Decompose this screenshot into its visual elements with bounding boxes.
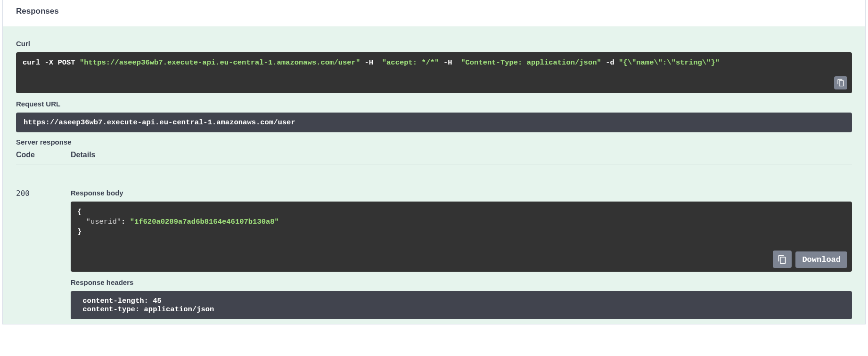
code-column-header: Code (16, 151, 71, 159)
rb-close: } (77, 227, 82, 236)
clipboard-icon (778, 255, 787, 264)
curl-cmd: curl -X POST (23, 58, 80, 67)
response-headers-label: Response headers (71, 278, 852, 286)
rb-colon: : (121, 218, 130, 226)
curl-h1-val: "accept: */*" (382, 58, 439, 67)
copy-response-body-button[interactable] (773, 251, 792, 268)
response-table-head: Code Details (16, 151, 852, 164)
request-url-label: Request URL (16, 100, 852, 108)
rh-line1: content-length: 45 (78, 297, 166, 305)
curl-h2-flag: -H (439, 58, 461, 67)
responses-body: Curl curl -X POST "https://aseep36wb7.ex… (3, 26, 865, 324)
rb-key: "userid" (86, 218, 121, 226)
rb-prefix (77, 218, 86, 226)
curl-d-val: "{\"name\":\"string\"}" (619, 58, 720, 67)
server-response-label: Server response (16, 138, 852, 146)
rb-open: { (77, 208, 82, 216)
response-row: 200 Response body { "userid": "1f620a028… (16, 170, 852, 320)
status-code: 200 (16, 170, 71, 320)
curl-h1-flag: -H (360, 58, 382, 67)
responses-title: Responses (16, 7, 852, 16)
download-button[interactable]: Download (795, 251, 847, 268)
request-url-block: https://aseep36wb7.execute-api.eu-centra… (16, 113, 852, 132)
curl-d-flag: -d (601, 58, 619, 67)
curl-label: Curl (16, 40, 852, 48)
response-body-label: Response body (71, 189, 852, 197)
response-body-block: { "userid": "1f620a0289a7ad6b8164e46107b… (71, 202, 852, 272)
details-column-header: Details (71, 151, 852, 159)
clipboard-icon (837, 79, 845, 87)
responses-panel: Responses Curl curl -X POST "https://ase… (2, 0, 866, 324)
details-column: Response body { "userid": "1f620a0289a7a… (71, 170, 852, 320)
response-headers-block: content-length: 45 content-type: applica… (71, 291, 852, 319)
rh-line2: content-type: application/json (78, 305, 219, 314)
curl-url: "https://aseep36wb7.execute-api.eu-centr… (80, 58, 360, 67)
copy-curl-button[interactable] (834, 76, 847, 89)
responses-header: Responses (3, 0, 865, 26)
rb-value: "1f620a0289a7ad6b8164e46107b130a8" (130, 218, 279, 226)
curl-h2-val: "Content-Type: application/json" (461, 58, 601, 67)
curl-code-block: curl -X POST "https://aseep36wb7.execute… (16, 52, 852, 93)
